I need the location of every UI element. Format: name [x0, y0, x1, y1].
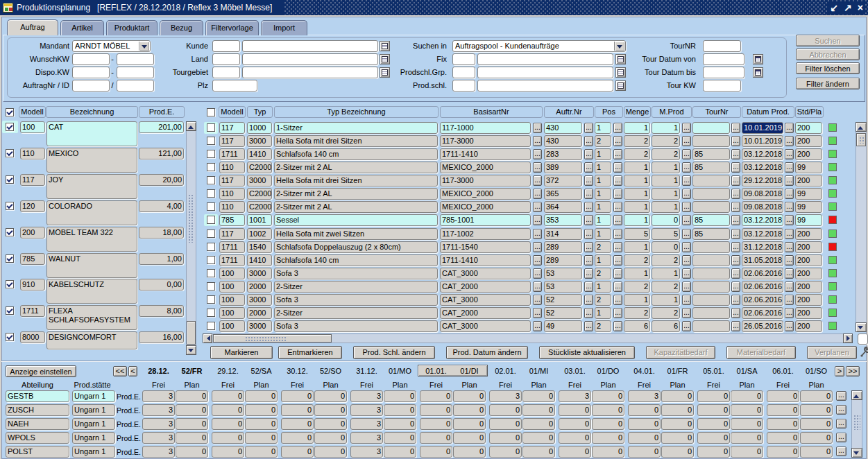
ellipsis-button[interactable]: ...: [731, 162, 740, 173]
frei-cell[interactable]: 0: [767, 446, 799, 458]
ellipsis-button[interactable]: ...: [785, 282, 794, 292]
ellipsis-button[interactable]: ...: [533, 242, 542, 252]
datum-cell[interactable]: 10.01.2019: [742, 122, 783, 134]
mprod-cell[interactable]: 1: [652, 162, 680, 173]
fix-name-input[interactable]: [477, 53, 613, 65]
ellipsis-button[interactable]: ...: [682, 149, 691, 159]
auftrnr-cell[interactable]: 289: [544, 254, 582, 266]
right-grid-scrollbar-thumb[interactable]: [856, 133, 866, 146]
menge-cell[interactable]: 1: [624, 268, 650, 279]
plan-cell[interactable]: 0: [522, 418, 555, 430]
ellipsis-button[interactable]: ...: [584, 321, 593, 331]
datum-cell[interactable]: 31.05.2018: [742, 254, 783, 266]
scroll-up-button[interactable]: [856, 122, 867, 132]
ellipsis-button[interactable]: ...: [785, 162, 794, 173]
ellipsis-button[interactable]: ...: [584, 175, 593, 186]
tournr-cell[interactable]: [692, 320, 730, 332]
ellipsis-button[interactable]: ...: [613, 229, 622, 239]
prodschlgrp-name-input[interactable]: [477, 67, 613, 78]
row-checkbox[interactable]: [207, 295, 215, 304]
land-name-input[interactable]: [242, 53, 378, 65]
typ-cell[interactable]: 3000: [247, 268, 272, 279]
minimize-icon[interactable]: ↙: [830, 2, 838, 13]
ellipsis-button[interactable]: ...: [731, 282, 740, 292]
ellipsis-button[interactable]: ...: [613, 123, 622, 133]
tourgebiet-name-input[interactable]: [242, 67, 378, 78]
ellipsis-button[interactable]: ...: [785, 255, 794, 266]
prode-cell[interactable]: 201,00: [139, 121, 184, 133]
modell-cell[interactable]: 110: [219, 188, 245, 200]
menge-cell[interactable]: 2: [624, 148, 650, 160]
typ-cell[interactable]: 3000: [247, 294, 272, 306]
modell-cell[interactable]: 1711: [219, 254, 245, 266]
menge-cell[interactable]: 1: [624, 162, 650, 173]
mprod-cell[interactable]: 1: [652, 268, 680, 279]
ellipsis-button[interactable]: ...: [584, 229, 593, 239]
frei-cell[interactable]: 0: [420, 432, 452, 444]
ellipsis-button[interactable]: ...: [613, 255, 622, 266]
plan-cell[interactable]: 0: [661, 432, 694, 444]
frei-cell[interactable]: 3: [489, 390, 522, 402]
frei-cell[interactable]: 0: [212, 404, 244, 416]
typbez-cell[interactable]: Schlafsofa 140 cm: [274, 148, 438, 160]
row-checkbox[interactable]: [207, 189, 215, 198]
ellipsis-button[interactable]: ...: [731, 136, 740, 146]
frei-cell[interactable]: 0: [489, 418, 522, 430]
tournr-cell[interactable]: [692, 241, 730, 253]
ellipsis-button[interactable]: ...: [533, 321, 542, 331]
auftragnr-input[interactable]: [72, 80, 110, 92]
mprod-cell[interactable]: 1: [652, 294, 680, 306]
frei-cell[interactable]: 3: [350, 390, 383, 402]
tab-artikel[interactable]: Artikel: [60, 20, 104, 35]
abteilung-cell[interactable]: GESTB: [6, 390, 69, 402]
frei-cell[interactable]: 0: [559, 404, 591, 416]
typbez-cell[interactable]: Sessel: [274, 214, 438, 226]
ellipsis-button[interactable]: ...: [584, 162, 593, 173]
frei-cell[interactable]: 0: [212, 446, 244, 458]
typ-cell[interactable]: 2000: [247, 307, 272, 319]
ellipsis-button[interactable]: ...: [731, 295, 740, 305]
frei-cell[interactable]: 0: [697, 404, 730, 416]
std-cell[interactable]: 200: [795, 241, 822, 253]
datum-cell[interactable]: 09.08.2018: [742, 201, 783, 213]
frei-cell[interactable]: 0: [628, 404, 661, 416]
row-checkbox[interactable]: [207, 150, 215, 158]
modell-cell[interactable]: 117: [219, 175, 245, 187]
plan-cell[interactable]: 0: [592, 390, 624, 402]
menge-cell[interactable]: 2: [624, 281, 650, 293]
typ-cell[interactable]: 2000: [247, 281, 272, 293]
ellipsis-button[interactable]: ...: [584, 215, 593, 225]
prodstaette-cell[interactable]: Ungarn 1: [72, 404, 115, 416]
typ-cell[interactable]: 1410: [247, 148, 272, 160]
row-checkbox[interactable]: [207, 176, 215, 184]
plan-cell[interactable]: 0: [245, 432, 278, 444]
typ-cell[interactable]: 1540: [247, 241, 272, 253]
nav-next-button[interactable]: >: [835, 366, 844, 376]
basisart-cell[interactable]: CAT_2000: [440, 307, 531, 319]
pos-cell[interactable]: 2: [595, 135, 611, 147]
tournr-cell[interactable]: 85: [692, 214, 730, 226]
ellipsis-button[interactable]: ...: [731, 175, 740, 186]
datum-cell[interactable]: 02.06.2016: [742, 268, 783, 279]
fix-code-input[interactable]: [452, 53, 475, 65]
row-checkbox[interactable]: [207, 256, 215, 264]
plan-cell[interactable]: 0: [522, 432, 555, 444]
std-cell[interactable]: 200: [795, 281, 822, 293]
frei-cell[interactable]: 0: [420, 446, 452, 458]
frei-cell[interactable]: 0: [212, 418, 244, 430]
frei-cell[interactable]: 0: [767, 432, 799, 444]
ellipsis-button[interactable]: ...: [584, 149, 593, 159]
plan-cell[interactable]: 0: [522, 446, 555, 458]
frei-cell[interactable]: 0: [420, 418, 452, 430]
plan-cell[interactable]: 0: [731, 404, 763, 416]
left-grid-header-checkbox[interactable]: [6, 108, 14, 116]
land-code-input[interactable]: [212, 53, 240, 65]
abteilung-cell[interactable]: POLST: [6, 446, 69, 458]
ellipsis-button[interactable]: ...: [533, 215, 542, 225]
datum-cell[interactable]: 10.01.2019: [742, 135, 783, 147]
h-scrollbar-thumb[interactable]: [213, 334, 332, 343]
ellipsis-button[interactable]: ...: [682, 229, 691, 239]
scroll-left-button[interactable]: [203, 334, 212, 343]
ellipsis-button[interactable]: ...: [533, 202, 542, 212]
frei-cell[interactable]: 0: [281, 404, 314, 416]
